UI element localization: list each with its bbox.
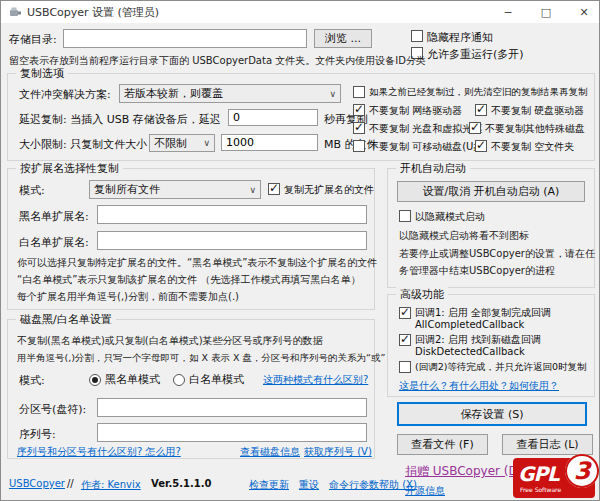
checkbox-label: 不要复制其他特殊磁盘	[485, 122, 585, 136]
checkbox-label: 以隐藏模式启动	[415, 210, 485, 224]
disk-mode-diff-link[interactable]: 这两种模式有什么区别?	[263, 373, 368, 387]
advanced-help-link[interactable]: 这是什么？有什么用处？如何使用？	[399, 379, 559, 393]
checkbox-label: 回调1: 启用 全部复制完成回调AllCompletedCallback	[415, 307, 551, 331]
checkbox-box	[268, 183, 280, 195]
conflict-resolution-label: 文件冲突解决方案:	[19, 87, 111, 102]
checkbox-hide-notifications[interactable]: 隐藏程序通知	[411, 30, 493, 45]
checkbox-box	[353, 86, 365, 98]
checkbox-allow-multiple-instances[interactable]: 允许多重运行(多开)	[411, 47, 524, 62]
chevron-down-icon: ∨	[203, 138, 210, 148]
view-files-button[interactable]: 查看文件 (F)	[397, 434, 488, 455]
autostart-hint-2: 若要停止或调整USBCopyer的设置，请在任	[399, 247, 595, 261]
autostart-hint-3: 务管理器中结束USBCopyer的进程	[399, 264, 555, 278]
checkbox-box	[475, 140, 487, 152]
checkbox-label: 不要复制 硬盘驱动器	[491, 104, 584, 118]
minimize-button[interactable]: ─	[497, 6, 519, 19]
checkbox-box	[411, 30, 423, 42]
ext-hint-1: 你可以选择只复制特定扩展名的文件。“黑名单模式”表示不复制这个扩展名的文件	[17, 256, 377, 270]
checkbox-label: 不要复制 空文件夹	[491, 140, 574, 154]
close-button[interactable]: ✕	[573, 6, 595, 19]
delay-seconds-input[interactable]	[228, 109, 318, 126]
checkbox-no-copy-optical[interactable]: 不要复制 光盘和虚拟光驱	[353, 122, 482, 136]
chevron-down-icon: ∨	[329, 89, 336, 99]
group-title: 磁盘黑/白名单设置	[16, 312, 116, 327]
toggle-autostart-button[interactable]: 设置/取消 开机自动启动 (A)	[397, 181, 585, 202]
disk-mode-label: 模式:	[19, 373, 45, 388]
reset-link[interactable]: 重设	[299, 478, 319, 492]
checkbox-box	[353, 104, 365, 116]
checkbox-label: 允许多重运行(多开)	[427, 47, 524, 62]
app-icon	[8, 5, 22, 19]
donate-link[interactable]: 捐赠 USBCopyer (D)	[405, 463, 522, 480]
browse-button[interactable]: 浏览 ...	[314, 29, 372, 48]
conflict-resolution-select[interactable]: 若版本较新，则覆盖 ∨	[119, 84, 341, 103]
checkbox-callback2-wait[interactable]: (回调2)等待完成，并只允许返回0时复制	[399, 361, 587, 374]
view-log-button[interactable]: 查看日志 (L)	[502, 434, 593, 455]
group-title: 按扩展名选择性复制	[16, 161, 123, 176]
storage-dir-input[interactable]	[63, 29, 307, 48]
group-title: 开机自动启动	[396, 161, 470, 176]
checkbox-clear-before-copy[interactable]: 如果之前已经复制过，则先清空旧的复制结果再复制	[353, 86, 588, 99]
checkbox-no-copy-removable[interactable]: 不要复制 可移动磁盘(U盘)	[353, 140, 487, 154]
serial-input[interactable]	[97, 423, 367, 442]
maximize-button[interactable]: □	[535, 6, 557, 19]
get-serial-link[interactable]: 获取序列号 (V)	[304, 445, 372, 459]
checkbox-box	[353, 140, 365, 152]
gpl-logo-text: GPL	[518, 462, 559, 486]
cmd-help-link[interactable]: 命令行参数帮助 (X)	[329, 478, 417, 492]
checkbox-copy-no-extension[interactable]: 复制无扩展名的文件	[268, 183, 374, 197]
disk-hint-1: 不复制(黑名单模式)或只复制(白名单模式)某些分区号或序列号的数据	[17, 334, 323, 348]
ext-mode-label: 模式:	[19, 183, 45, 198]
selected-option: 复制所有文件	[94, 182, 246, 197]
ext-mode-select[interactable]: 复制所有文件 ∨	[89, 180, 261, 199]
serial-partition-diff-link[interactable]: 序列号和分区号有什么区别? 怎么用?	[17, 445, 181, 459]
checkbox-box	[353, 122, 365, 134]
radio-blacklist-mode[interactable]: 黑名单模式	[89, 372, 160, 387]
checkbox-box	[469, 122, 481, 134]
blacklist-ext-label: 黑名单扩展名:	[19, 209, 89, 224]
partition-label: 分区号(盘符):	[19, 402, 86, 417]
radio-circle	[173, 374, 185, 386]
checkbox-no-copy-empty-folder[interactable]: 不要复制 空文件夹	[475, 140, 574, 154]
checkbox-start-hidden[interactable]: 以隐藏模式启动	[399, 210, 485, 224]
checkbox-no-copy-special-disk[interactable]: 不要复制其他特殊磁盘	[469, 122, 585, 136]
footer-version: Ver.5.1.1.0	[151, 478, 212, 489]
gpl-logo-subtext: Free Software	[520, 486, 561, 493]
group-title: 复制选项	[16, 66, 68, 81]
checkbox-box	[399, 307, 411, 319]
footer-app-link[interactable]: USBCopyer	[9, 478, 65, 489]
checkbox-label: 回调2: 启用 找到新磁盘回调DiskDetectedCallback	[415, 334, 541, 358]
selected-option: 不限制	[154, 136, 200, 151]
partition-input[interactable]	[97, 398, 367, 417]
radio-whitelist-mode[interactable]: 白名单模式	[173, 372, 244, 387]
blacklist-ext-input[interactable]	[97, 205, 367, 224]
checkbox-box	[399, 361, 411, 373]
checkbox-label: 如果之前已经复制过，则先清空旧的复制结果再复制	[369, 86, 588, 99]
radio-label: 白名单模式	[189, 372, 244, 387]
checkbox-no-copy-hard-drive[interactable]: 不要复制 硬盘驱动器	[475, 104, 584, 118]
selected-option: 若版本较新，则覆盖	[124, 86, 326, 101]
size-limit-mode-select[interactable]: 不限制 ∨	[149, 134, 215, 152]
save-settings-button[interactable]: 保存设置 (S)	[397, 402, 587, 426]
usbcopyer-settings-window: USBCopyer 设置 (管理员) ─ □ ✕ 存储目录: 浏览 ... 隐藏…	[0, 0, 600, 501]
view-disk-info-link[interactable]: 查看磁盘信息	[240, 445, 300, 459]
chevron-down-icon: ∨	[249, 185, 256, 195]
storage-dir-hint: 留空表示存放到当前程序运行目录下面的 USBCopyerData 文件夹。文件夹…	[9, 54, 426, 68]
checkbox-box	[399, 210, 411, 222]
serial-label: 序列号:	[19, 427, 56, 442]
check-update-link[interactable]: 检查更新	[249, 478, 289, 492]
checkbox-box	[475, 104, 487, 116]
radio-label: 黑名单模式	[105, 372, 160, 387]
checkbox-no-copy-network-drive[interactable]: 不要复制 网络驱动器	[353, 104, 462, 118]
checkbox-label: 不要复制 光盘和虚拟光驱	[369, 122, 482, 136]
size-limit-mb-input[interactable]	[221, 134, 318, 151]
checkbox-label: 隐藏程序通知	[427, 30, 493, 45]
footer-author-link[interactable]: 作者: Kenvix	[81, 478, 141, 492]
whitelist-ext-input[interactable]	[97, 231, 367, 250]
checkbox-box	[399, 334, 411, 346]
storage-dir-label: 存储目录:	[9, 32, 57, 47]
checkbox-callback1[interactable]: 回调1: 启用 全部复制完成回调AllCompletedCallback	[399, 307, 551, 331]
checkbox-callback2[interactable]: 回调2: 启用 找到新磁盘回调DiskDetectedCallback	[399, 334, 541, 358]
checkbox-label: 不要复制 可移动磁盘(U盘)	[369, 140, 487, 154]
checkbox-label: 不要复制 网络驱动器	[369, 104, 462, 118]
